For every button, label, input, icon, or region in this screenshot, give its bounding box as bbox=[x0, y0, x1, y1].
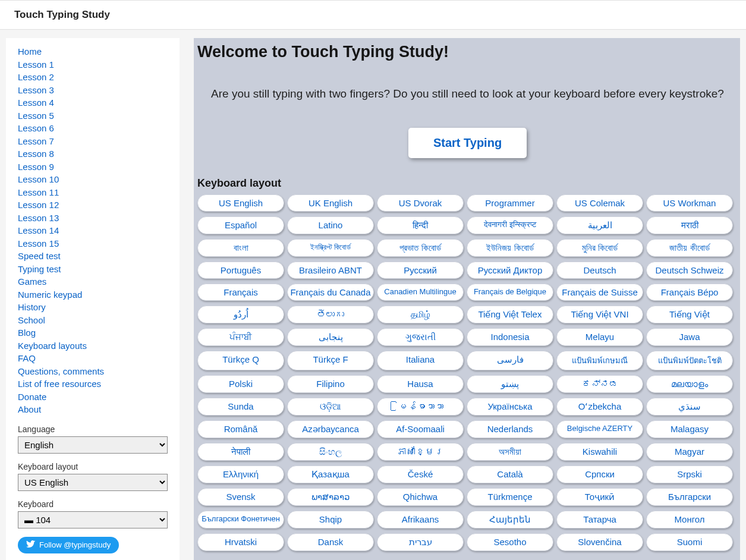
layout-button[interactable]: தமிழ் bbox=[377, 306, 464, 323]
layout-button[interactable]: แป้นพิมพ์ปัตตะโชติ bbox=[646, 351, 733, 370]
layout-button[interactable]: मराठी bbox=[646, 216, 733, 234]
layout-button[interactable]: Jawa bbox=[646, 328, 733, 346]
layout-button[interactable]: Ελληνική bbox=[197, 465, 284, 483]
layout-button[interactable]: Programmer bbox=[467, 194, 553, 212]
layout-button[interactable]: Français de Belgique bbox=[467, 284, 553, 301]
layout-button[interactable]: Tiếng Việt VNI bbox=[556, 306, 643, 323]
sidebar-link[interactable]: Keyboard layouts bbox=[18, 339, 168, 353]
sidebar-link[interactable]: School bbox=[18, 314, 168, 327]
layout-button[interactable]: Тоҷикӣ bbox=[556, 488, 643, 506]
sidebar-link[interactable]: Typing test bbox=[18, 263, 168, 276]
layout-button[interactable]: Türkçe F bbox=[287, 351, 374, 370]
layout-button[interactable]: Hrvatski bbox=[197, 533, 284, 551]
layout-button[interactable]: Kiswahili bbox=[556, 443, 643, 461]
layout-button[interactable]: US Workman bbox=[646, 194, 733, 212]
layout-button[interactable]: Belgische AZERTY bbox=[556, 420, 643, 438]
layout-button[interactable]: Hausa bbox=[377, 375, 464, 393]
sidebar-link[interactable]: Lesson 13 bbox=[18, 212, 168, 225]
layout-button[interactable]: Српски bbox=[556, 465, 643, 483]
layout-button[interactable]: ইউনিজয় কিবোর্ড bbox=[467, 239, 553, 257]
layout-button[interactable]: Қазақша bbox=[287, 465, 374, 483]
layout-button[interactable]: Nederlands bbox=[467, 420, 553, 438]
sidebar-link[interactable]: Lesson 6 bbox=[18, 122, 168, 135]
layout-button[interactable]: Srpski bbox=[646, 465, 733, 483]
layout-button[interactable]: فارسی bbox=[467, 351, 553, 370]
layout-button[interactable]: עברית bbox=[377, 533, 464, 551]
sidebar-link[interactable]: Blog bbox=[18, 326, 168, 339]
layout-button[interactable]: देवनागरी इन्स्क्रिप्ट bbox=[467, 216, 553, 234]
sidebar-link[interactable]: Home bbox=[18, 45, 168, 58]
layout-button[interactable]: Français du Canada bbox=[287, 284, 374, 301]
layout-button[interactable]: Svensk bbox=[197, 488, 284, 506]
layout-button[interactable]: ਪੰਜਾਬੀ bbox=[197, 328, 284, 346]
layout-button[interactable]: Slovenčina bbox=[556, 533, 643, 551]
layout-button[interactable]: हिन्दी bbox=[377, 216, 464, 234]
layout-button[interactable]: US Dvorak bbox=[377, 194, 464, 212]
sidebar-link[interactable]: Lesson 14 bbox=[18, 224, 168, 237]
layout-button[interactable]: Sesotho bbox=[467, 533, 553, 551]
layout-button[interactable]: Українська bbox=[467, 398, 553, 416]
layout-button[interactable]: Italiana bbox=[377, 351, 464, 370]
sidebar-link[interactable]: Lesson 1 bbox=[18, 58, 168, 71]
sidebar-link[interactable]: Speed test bbox=[18, 250, 168, 263]
sidebar-link[interactable]: Lesson 8 bbox=[18, 147, 168, 161]
layout-button[interactable]: České bbox=[377, 465, 464, 483]
layout-button[interactable]: জাতীয় কীবোর্ড bbox=[646, 239, 733, 257]
layout-button[interactable]: Татарча bbox=[556, 511, 643, 528]
layout-button[interactable]: پښتو bbox=[467, 375, 553, 393]
layout-button[interactable]: แป้นพิมพ์เกษมณี bbox=[556, 351, 643, 370]
layout-button[interactable]: Suomi bbox=[646, 533, 733, 551]
layout-button[interactable]: Afrikaans bbox=[377, 511, 464, 528]
layout-button[interactable]: Español bbox=[197, 216, 284, 234]
sidebar-link[interactable]: Lesson 12 bbox=[18, 199, 168, 212]
layout-button[interactable]: Magyar bbox=[646, 443, 733, 461]
layout-button[interactable]: ইনস্ক্রিপ্ট কিবোর্ড bbox=[287, 239, 374, 257]
layout-button[interactable]: Français Bépo bbox=[646, 284, 733, 301]
layout-button[interactable]: Deutsch bbox=[556, 262, 643, 279]
layout-button[interactable]: Português bbox=[197, 262, 284, 279]
layout-button[interactable]: Oʻzbekcha bbox=[556, 398, 643, 416]
layout-button[interactable]: Tiếng Việt bbox=[646, 306, 733, 323]
layout-button[interactable]: Català bbox=[467, 465, 553, 483]
layout-button[interactable]: Български bbox=[646, 488, 733, 506]
sidebar-link[interactable]: FAQ bbox=[18, 352, 168, 365]
sidebar-link[interactable]: Questions, comments bbox=[18, 365, 168, 378]
layout-button[interactable]: Sunda bbox=[197, 398, 284, 416]
layout-button[interactable]: ગુજરાતી bbox=[377, 328, 464, 346]
layout-button[interactable]: অসমীয়া bbox=[467, 443, 553, 461]
sidebar-link[interactable]: Lesson 10 bbox=[18, 173, 168, 186]
layout-button[interactable]: Azərbaycanca bbox=[287, 420, 374, 438]
layout-button[interactable]: UK English bbox=[287, 194, 374, 212]
layout-button[interactable]: العربية bbox=[556, 216, 643, 234]
sidebar-link[interactable]: Lesson 4 bbox=[18, 96, 168, 109]
layout-button[interactable]: US Colemak bbox=[556, 194, 643, 212]
layout-select[interactable]: US English bbox=[18, 474, 168, 491]
layout-button[interactable]: Türkçe Q bbox=[197, 351, 284, 370]
layout-button[interactable]: Монгол bbox=[646, 511, 733, 528]
sidebar-link[interactable]: Lesson 9 bbox=[18, 161, 168, 174]
layout-button[interactable]: سنڌي bbox=[646, 398, 733, 416]
layout-button[interactable]: Tiếng Việt Telex bbox=[467, 306, 553, 323]
layout-button[interactable]: Shqip bbox=[287, 511, 374, 528]
sidebar-link[interactable]: Lesson 5 bbox=[18, 109, 168, 122]
sidebar-link[interactable]: Numeric keypad bbox=[18, 288, 168, 301]
sidebar-link[interactable]: Lesson 2 bbox=[18, 71, 168, 84]
layout-button[interactable]: Indonesia bbox=[467, 328, 553, 346]
layout-button[interactable]: മലയാളം bbox=[646, 375, 733, 393]
layout-button[interactable]: Русский bbox=[377, 262, 464, 279]
layout-button[interactable]: Qhichwa bbox=[377, 488, 464, 506]
layout-button[interactable]: සිංහල bbox=[287, 443, 374, 461]
layout-button[interactable]: ଓଡ଼ିଆ bbox=[287, 398, 374, 416]
sidebar-link[interactable]: Donate bbox=[18, 391, 168, 404]
layout-button[interactable]: Română bbox=[197, 420, 284, 438]
layout-button[interactable]: বাংলা bbox=[197, 239, 284, 257]
layout-button[interactable]: Русский Диктор bbox=[467, 262, 553, 279]
sidebar-link[interactable]: About bbox=[18, 403, 168, 416]
layout-button[interactable]: Malagasy bbox=[646, 420, 733, 438]
sidebar-link[interactable]: Lesson 15 bbox=[18, 237, 168, 250]
layout-button[interactable]: Canadien Multilingue bbox=[377, 284, 464, 301]
layout-button[interactable]: Brasileiro ABNT bbox=[287, 262, 374, 279]
sidebar-link[interactable]: History bbox=[18, 301, 168, 314]
sidebar-link[interactable]: Lesson 3 bbox=[18, 84, 168, 97]
layout-button[interactable]: Af-Soomaali bbox=[377, 420, 464, 438]
